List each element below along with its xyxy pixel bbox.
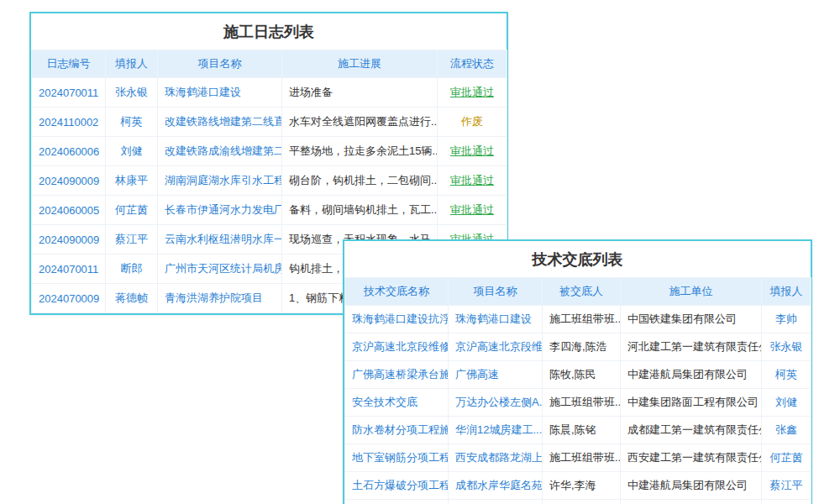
table-row: 2024070011 张永银 珠海鹤港口建设 进场准备 审批通过 bbox=[32, 78, 507, 108]
status-badge[interactable]: 审批通过 bbox=[438, 78, 507, 108]
table-row: 京沪高速北京段维修... 京沪高速北京段维修 李四海,陈浩 河北建工第一建筑有限… bbox=[345, 333, 811, 361]
status-badge[interactable]: 审批通过 bbox=[438, 166, 507, 196]
column-header-status: 流程状态 bbox=[438, 50, 507, 78]
log-id-link[interactable]: 2024060005 bbox=[32, 196, 106, 225]
project-name-link[interactable]: 华润12城房建工... bbox=[449, 417, 543, 444]
project-name-link[interactable]: 广东佛山碧桂园项目 bbox=[449, 500, 543, 504]
receiver-text: 施工班组带班... bbox=[543, 444, 621, 472]
unit-text: 人防、水电、消防暖通 bbox=[621, 500, 762, 504]
column-header-disclosure-name: 技术交底名称 bbox=[345, 278, 449, 306]
column-header-project: 项目名称 bbox=[158, 50, 282, 78]
progress-text: 水车对全线遮阳网覆盖点进行... bbox=[282, 108, 438, 137]
column-header-reporter: 填报人 bbox=[762, 278, 811, 306]
disclosure-name-link[interactable]: 广佛高速桥梁承台施... bbox=[345, 361, 449, 389]
unit-text: 中国铁建集团有限公司 bbox=[621, 306, 762, 333]
reporter-name[interactable]: 柯英 bbox=[762, 361, 811, 389]
unit-text: 中建港航局集团有限公司 bbox=[621, 472, 762, 500]
table-row: 土石方爆破分项工程... 成都水岸华庭名苑... 许华,李海 中建港航局集团有限… bbox=[345, 472, 811, 500]
column-header-project: 项目名称 bbox=[449, 278, 543, 306]
log-id-link[interactable]: 2024070011 bbox=[32, 255, 106, 284]
project-name-link[interactable]: 云南水利枢纽潜明水库一... bbox=[158, 225, 282, 255]
receiver-text: 李四海,陈浩 bbox=[543, 333, 621, 361]
status-badge[interactable]: 审批通过 bbox=[438, 196, 507, 225]
project-name-link[interactable]: 西安成都路龙湖上... bbox=[449, 444, 543, 472]
reporter-name[interactable]: 林康平 bbox=[106, 166, 158, 196]
unit-text: 河北建工第一建筑有限责任公司 bbox=[621, 333, 762, 361]
table-row: 2024110002 柯英 改建铁路线增建第二线直... 水车对全线遮阳网覆盖点… bbox=[32, 108, 507, 137]
reporter-name[interactable]: 张鑫 bbox=[762, 417, 811, 444]
project-name-link[interactable]: 珠海鹤港口建设 bbox=[158, 78, 282, 108]
tech-disclosure-title: 技术交底列表 bbox=[344, 241, 811, 277]
tech-disclosure-table: 技术交底名称 项目名称 被交底人 施工单位 填报人 珠海鹤港口建设抗浮... 珠… bbox=[344, 277, 811, 504]
disclosure-name-link[interactable]: 安全技术交底 bbox=[345, 389, 449, 417]
project-name-link[interactable]: 长春市伊通河水力发电厂... bbox=[158, 196, 282, 225]
reporter-name[interactable]: 蔡江平 bbox=[106, 225, 158, 255]
reporter-name[interactable]: 李帅 bbox=[762, 306, 811, 333]
reporter-name[interactable]: 张永银 bbox=[106, 78, 158, 108]
column-header-reporter: 填报人 bbox=[106, 50, 158, 78]
unit-text: 中建集团路面工程有限公司 bbox=[621, 389, 762, 417]
tech-disclosure-panel: 技术交底列表 技术交底名称 项目名称 被交底人 施工单位 填报人 珠海鹤港口建设… bbox=[343, 239, 812, 504]
project-name-link[interactable]: 万达办公楼左侧A... bbox=[449, 389, 543, 417]
reporter-name[interactable]: 张永银 bbox=[762, 333, 811, 361]
project-name-link[interactable]: 青海洪湖养护院项目 bbox=[158, 284, 282, 313]
disclosure-name-link[interactable]: 京沪高速北京段维修... bbox=[345, 333, 449, 361]
status-badge[interactable]: 审批通过 bbox=[438, 137, 507, 166]
reporter-name[interactable]: 断郎 bbox=[106, 255, 158, 284]
reporter-name[interactable]: 何芷茵 bbox=[762, 444, 811, 472]
project-name-link[interactable]: 广州市天河区统计局机房... bbox=[158, 255, 282, 284]
project-name-link[interactable]: 湖南洞庭湖水库引水工程... bbox=[158, 166, 282, 196]
table-row: 2024060005 何芷茵 长春市伊通河水力发电厂... 备料，砌间墙钩机排土… bbox=[32, 196, 507, 225]
project-name-link[interactable]: 改建铁路成渝线增建第二... bbox=[158, 137, 282, 166]
progress-text: 平整场地，拉走多余泥土15辆... bbox=[282, 137, 438, 166]
reporter-name[interactable]: 断郎 bbox=[762, 500, 811, 504]
status-badge[interactable]: 作废 bbox=[438, 108, 507, 137]
project-name-link[interactable]: 改建铁路线增建第二线直... bbox=[158, 108, 282, 137]
reporter-name[interactable]: 蒋德帧 bbox=[106, 284, 158, 313]
receiver-text: 施工班组带班... bbox=[543, 389, 621, 417]
project-name-link[interactable]: 珠海鹤港口建设 bbox=[449, 306, 543, 333]
progress-text: 砌台阶，钩机排土，二包砌间... bbox=[282, 166, 438, 196]
column-header-receiver: 被交底人 bbox=[543, 278, 621, 306]
receiver-text: 许华,李海 bbox=[543, 472, 621, 500]
table-row: 安全技术交底 万达办公楼左侧A... 施工班组带班... 中建集团路面工程有限公… bbox=[345, 389, 811, 417]
reporter-name[interactable]: 何芷茵 bbox=[106, 196, 158, 225]
reporter-name[interactable]: 刘健 bbox=[106, 137, 158, 166]
disclosure-name-link[interactable]: 广东佛山碧桂园项目... bbox=[345, 500, 449, 504]
disclosure-name-link[interactable]: 防水卷材分项工程施... bbox=[345, 417, 449, 444]
receiver-text: 陈晨,陈铭 bbox=[543, 417, 621, 444]
table-row: 2024060006 刘健 改建铁路成渝线增建第二... 平整场地，拉走多余泥土… bbox=[32, 137, 507, 166]
log-id-link[interactable]: 2024110002 bbox=[32, 108, 106, 137]
unit-text: 中建港航局集团有限公司 bbox=[621, 361, 762, 389]
disclosure-name-link[interactable]: 土石方爆破分项工程... bbox=[345, 472, 449, 500]
log-id-link[interactable]: 2024090009 bbox=[32, 225, 106, 255]
table-row: 2024090009 林康平 湖南洞庭湖水库引水工程... 砌台阶，钩机排土，二… bbox=[32, 166, 507, 196]
log-id-link[interactable]: 2024090009 bbox=[32, 166, 106, 196]
unit-text: 成都建工第一建筑有限责任公司 bbox=[621, 417, 762, 444]
reporter-name[interactable]: 刘健 bbox=[762, 389, 811, 417]
table-row: 珠海鹤港口建设抗浮... 珠海鹤港口建设 施工班组带班... 中国铁建集团有限公… bbox=[345, 306, 811, 333]
disclosure-name-link[interactable]: 地下室钢筋分项工程... bbox=[345, 444, 449, 472]
project-name-link[interactable]: 京沪高速北京段维修 bbox=[449, 333, 543, 361]
table-row: 广佛高速桥梁承台施... 广佛高速 陈牧,陈民 中建港航局集团有限公司 柯英 bbox=[345, 361, 811, 389]
construction-log-title: 施工日志列表 bbox=[31, 13, 507, 50]
disclosure-name-link[interactable]: 珠海鹤港口建设抗浮... bbox=[345, 306, 449, 333]
log-id-link[interactable]: 2024070011 bbox=[32, 78, 106, 108]
project-name-link[interactable]: 成都水岸华庭名苑... bbox=[449, 472, 543, 500]
table-row: 广东佛山碧桂园项目... 广东佛山碧桂园项目 王海施工队全队 人防、水电、消防暖… bbox=[345, 500, 811, 504]
log-id-link[interactable]: 2024060006 bbox=[32, 137, 106, 166]
log-id-link[interactable]: 2024070009 bbox=[32, 284, 106, 313]
receiver-text: 王海施工队全队 bbox=[543, 500, 621, 504]
table-row: 地下室钢筋分项工程... 西安成都路龙湖上... 施工班组带班... 西安建工第… bbox=[345, 444, 811, 472]
reporter-name[interactable]: 蔡江平 bbox=[762, 472, 811, 500]
column-header-progress: 施工进展 bbox=[282, 50, 438, 78]
project-name-link[interactable]: 广佛高速 bbox=[449, 361, 543, 389]
log-header-row: 日志编号 填报人 项目名称 施工进展 流程状态 bbox=[32, 50, 507, 78]
receiver-text: 陈牧,陈民 bbox=[543, 361, 621, 389]
receiver-text: 施工班组带班... bbox=[543, 306, 621, 333]
table-row: 防水卷材分项工程施... 华润12城房建工... 陈晨,陈铭 成都建工第一建筑有… bbox=[345, 417, 811, 444]
reporter-name[interactable]: 柯英 bbox=[106, 108, 158, 137]
progress-text: 备料，砌间墙钩机排土，瓦工... bbox=[282, 196, 438, 225]
disclosure-header-row: 技术交底名称 项目名称 被交底人 施工单位 填报人 bbox=[345, 278, 811, 306]
progress-text: 进场准备 bbox=[282, 78, 438, 108]
